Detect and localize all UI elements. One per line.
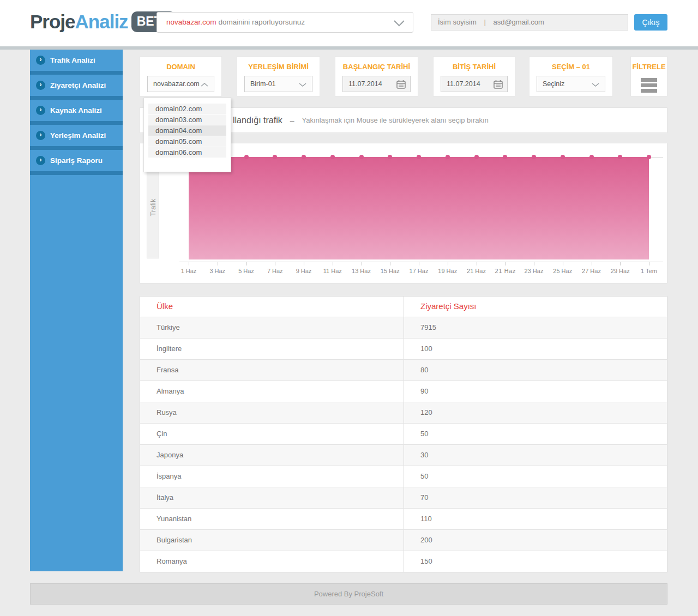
dropdown-option-domain05-com[interactable]: domain05.com (148, 136, 226, 147)
domain-select[interactable]: novabazar.com (147, 76, 214, 92)
chevron-up-icon (200, 82, 209, 87)
chevron-down-icon (298, 82, 307, 87)
chevron-right-circle-icon: › (36, 156, 45, 165)
table-row-ingiltere: İngiltere100 (140, 338, 667, 359)
cell-country: Rusya (140, 402, 404, 423)
user-info-box[interactable]: İsim soyisim | asd@gmail.com (431, 14, 628, 31)
domain-dropdown-list: domain02.comdomain03.comdomain04.comdoma… (143, 98, 231, 172)
x-axis-tick (362, 262, 362, 265)
data-point-marker (244, 155, 249, 159)
cell-country: Fransa (140, 360, 404, 381)
table-row-almanya: Almanya90 (140, 381, 667, 402)
chevron-right-circle-icon: › (36, 81, 45, 90)
sidebar-item-ziyaretci-analizi[interactable]: ›Ziyaretçi Analizi (30, 75, 123, 96)
sidebar-item-label: Trafik Analizi (50, 56, 95, 64)
filter-label-filtrele: FİLTRELE (631, 63, 667, 71)
cell-country: Yunanistan (140, 509, 404, 529)
filter-card-start-date: BAŞLANGIÇ TARİHİ 11.07.2014 (335, 56, 418, 96)
page: ProjeAnaliz BETA novabazar.comdomainini … (0, 0, 698, 616)
sidebar-item-yerlesim-analizi[interactable]: ›Yerleşim Analizi (30, 125, 123, 146)
traffic-area-series[interactable] (189, 157, 649, 259)
x-axis-tick (477, 262, 477, 265)
x-axis-tick (505, 262, 506, 265)
cell-visitors: 90 (404, 381, 667, 402)
cell-visitors: 200 (404, 530, 667, 551)
data-point-marker (532, 155, 536, 159)
selection-select-value: Seçiniz (543, 80, 564, 88)
table-header-country: Ülke (140, 297, 404, 317)
cell-visitors: 80 (404, 360, 667, 381)
x-axis-tick (649, 262, 649, 265)
cell-visitors: 70 (404, 487, 667, 508)
table-body: Türkiye7915İngiltere100Fransa80Almanya90… (140, 317, 667, 572)
x-axis-tick (534, 262, 534, 265)
logout-button[interactable]: Çıkış (634, 14, 667, 31)
filter-card-domain: DOMAIN novabazar.com (140, 56, 222, 96)
end-date-field[interactable]: 11.07.2014 (441, 76, 508, 92)
x-axis-tick (218, 262, 218, 265)
sidebar-divider (30, 71, 123, 75)
filter-card-unit: YERLEŞİM BİRİMİ Birim-01 (237, 56, 320, 96)
sidebar-item-label: Ziyaretçi Analizi (50, 81, 106, 89)
chevron-right-circle-icon: › (36, 106, 45, 115)
sidebar-item-kaynak-analizi[interactable]: ›Kaynak Analizi (30, 100, 123, 121)
dropdown-option-domain06-com[interactable]: domain06.com (148, 147, 226, 158)
y-axis-label: Trafik (149, 198, 157, 216)
data-point-marker (446, 155, 450, 159)
data-point-marker (330, 155, 335, 159)
chevron-right-circle-icon: › (36, 131, 45, 140)
logo-text-proje: Proje (30, 11, 75, 33)
chart-title: llandığı trafik (233, 116, 282, 125)
x-axis-tick (333, 262, 333, 265)
table-row-cin: Çin50 (140, 423, 667, 444)
app-logo: ProjeAnaliz BETA (30, 11, 176, 33)
table-row-italya: İtalya70 (140, 487, 667, 508)
cell-country: Çin (140, 424, 404, 444)
cell-visitors: 30 (404, 445, 667, 466)
cell-country: Almanya (140, 381, 404, 402)
dropdown-option-domain04-com[interactable]: domain04.com (148, 125, 226, 136)
report-domain-value: novabazar.com (166, 18, 216, 26)
table-row-yunanistan: Yunanistan110 (140, 508, 667, 529)
data-point-marker (561, 155, 565, 159)
user-separator: | (484, 18, 485, 26)
x-axis-line (179, 262, 663, 262)
cell-country: İtalya (140, 487, 404, 508)
filter-card-end-date: BİTİŞ TARİHİ 11.07.2014 (433, 56, 515, 96)
cell-visitors: 120 (404, 402, 667, 423)
table-row-romanya: Romanya150 (140, 551, 667, 572)
table-row-fransa: Fransa80 (140, 359, 667, 381)
domain-select-value: novabazar.com (153, 80, 200, 88)
x-axis-tick-label: 1 Tem (631, 268, 666, 274)
cell-visitors: 7915 (404, 317, 667, 338)
end-date-value: 11.07.2014 (447, 80, 480, 88)
unit-select[interactable]: Birim-01 (244, 76, 312, 92)
table-header-row: Ülke Ziyaretçi Sayısı (140, 297, 667, 317)
x-axis-tick (592, 262, 592, 265)
sidebar-item-trafik-analizi[interactable]: ›Trafik Analizi (30, 50, 123, 71)
cell-country: Bulgaristan (140, 530, 404, 551)
sidebar-divider (30, 121, 123, 125)
table-row-japonya: Japonya30 (140, 444, 667, 466)
x-axis-tick (563, 262, 563, 265)
data-point-marker (302, 155, 306, 159)
calendar-icon (494, 80, 503, 89)
cell-country: İspanya (140, 466, 404, 487)
cell-visitors: 110 (404, 509, 667, 529)
hamburger-icon[interactable] (641, 78, 657, 93)
sidebar-item-label: Yerleşim Analizi (50, 131, 106, 140)
table-row-bulgaristan: Bulgaristan200 (140, 529, 667, 551)
table-row-rusya: Rusya120 (140, 402, 667, 423)
country-table: Ülke Ziyaretçi Sayısı Türkiye7915İngilte… (140, 296, 667, 572)
x-axis-tick (246, 262, 247, 265)
cell-visitors: 100 (404, 339, 667, 359)
user-name: İsim soyisim (438, 18, 477, 26)
sidebar-item-siparis-raporu[interactable]: ›Sipariş Raporu (30, 150, 123, 171)
data-point-marker (359, 155, 364, 159)
filter-card-selection: SEÇİM – 01 Seçiniz (529, 56, 613, 96)
start-date-field[interactable]: 11.07.2014 (342, 76, 411, 92)
report-domain-select[interactable]: novabazar.comdomainini raporluyorsunuz (157, 12, 413, 33)
selection-select[interactable]: Seçiniz (537, 76, 605, 92)
dropdown-option-domain02-com[interactable]: domain02.com (148, 104, 226, 114)
dropdown-option-domain03-com[interactable]: domain03.com (148, 114, 226, 125)
